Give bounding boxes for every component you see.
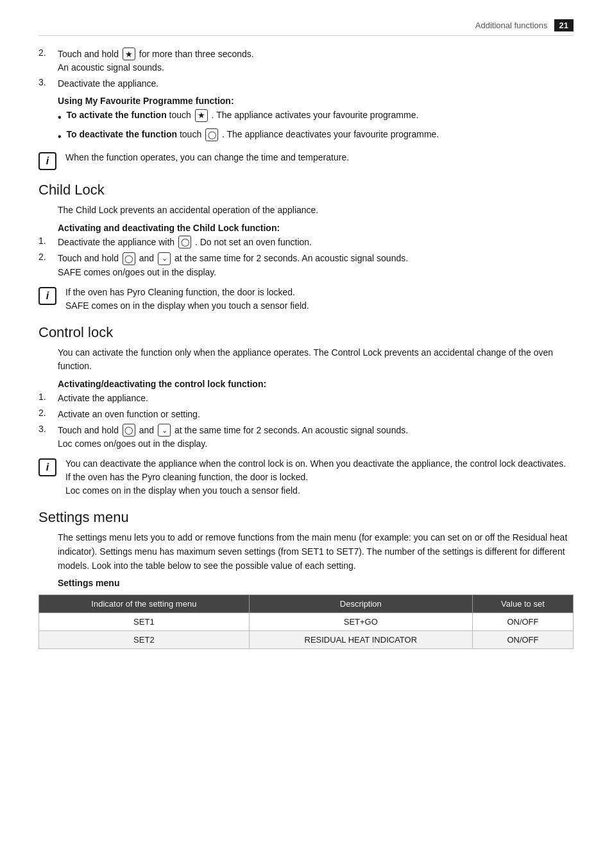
child-lock-step-1: 1. Deactivate the appliance with ◯ . Do …	[38, 236, 574, 249]
bold-activate: To activate the function	[67, 110, 167, 120]
ctrl-step-num-1: 1.	[38, 392, 58, 405]
bullet-deactivate: • To deactivate the function touch ◯ . T…	[58, 128, 574, 144]
bullet-dot-2: •	[58, 129, 62, 144]
settings-menu-desc: The settings menu lets you to add or rem…	[58, 531, 574, 573]
child-lock-subtitle: Activating and deactivating the Child Lo…	[58, 223, 574, 233]
chevron-icon-1: ⌄	[158, 252, 171, 265]
row1-description: SET+GO	[249, 613, 472, 631]
control-lock-step-1: 1. Activate the appliance.	[38, 392, 574, 405]
bullet-activate: • To activate the function touch ★ . The…	[58, 108, 574, 125]
bullet-deactivate-text: To deactivate the function touch ◯ . The…	[67, 128, 439, 141]
star-icon: ★	[123, 48, 135, 60]
child-step-2-content: Touch and hold ◯ and ⌄ at the same time …	[58, 252, 574, 279]
settings-table-label: Settings menu	[58, 578, 574, 588]
child-step-1-content: Deactivate the appliance with ◯ . Do not…	[58, 236, 574, 249]
col-header-description: Description	[249, 595, 472, 613]
control-lock-desc: You can activate the function only when …	[58, 346, 574, 374]
step-2: 2. Touch and hold ★ for more than three …	[38, 48, 574, 74]
step-2-content: Touch and hold ★ for more than three sec…	[58, 48, 574, 74]
power-icon-2: ◯	[178, 236, 191, 248]
col-header-indicator: Indicator of the setting menu	[39, 595, 250, 613]
step-num-3: 3.	[38, 77, 58, 91]
step-num-2: 2.	[38, 48, 58, 74]
child-lock-title: Child Lock	[38, 182, 574, 198]
ctrl-step-num-3: 3.	[38, 424, 58, 451]
ctrl-step-3-content: Touch and hold ◯ and ⌄ at the same time …	[58, 424, 574, 451]
row1-indicator: SET1	[39, 613, 250, 631]
row1-value: ON/OFF	[472, 613, 573, 631]
star-icon-2: ★	[195, 109, 208, 122]
page-number: 21	[554, 19, 574, 31]
favourite-bullets: • To activate the function touch ★ . The…	[58, 108, 574, 144]
control-lock-subtitle: Activating/deactivating the control lock…	[58, 379, 574, 389]
row2-description: RESIDUAL HEAT INDICATOR	[249, 631, 472, 649]
info-text-1: When the function operates, you can chan…	[65, 151, 574, 164]
child-step-num-1: 1.	[38, 236, 58, 249]
bold-deactivate: To deactivate the function	[67, 129, 177, 139]
chevron-icon-2: ⌄	[158, 424, 171, 437]
page: Additional functions 21 2. Touch and hol…	[0, 0, 612, 868]
ctrl-step-num-2: 2.	[38, 408, 58, 421]
table-row: SET2 RESIDUAL HEAT INDICATOR ON/OFF	[39, 631, 574, 649]
settings-table: Indicator of the setting menu Descriptio…	[38, 595, 574, 649]
ctrl-step-2-content: Activate an oven function or setting.	[58, 408, 574, 421]
child-lock-desc: The Child Lock prevents an accidental op…	[58, 204, 574, 218]
row2-value: ON/OFF	[472, 631, 573, 649]
row2-indicator: SET2	[39, 631, 250, 649]
settings-menu-title: Settings menu	[38, 509, 574, 526]
using-title: Using My Favourite Programme function:	[58, 96, 574, 106]
col-header-value: Value to set	[472, 595, 573, 613]
power-icon-4: ◯	[123, 424, 135, 437]
table-row: SET1 SET+GO ON/OFF	[39, 613, 574, 631]
info-box-1: i When the function operates, you can ch…	[38, 151, 574, 170]
info-icon-3: i	[38, 458, 56, 476]
control-lock-step-3: 3. Touch and hold ◯ and ⌄ at the same ti…	[38, 424, 574, 451]
step-3-content: Deactivate the appliance.	[58, 77, 574, 91]
info-box-3: i You can deactivate the appliance when …	[38, 457, 574, 498]
info-icon-1: i	[38, 152, 56, 170]
info-box-2: i If the oven has Pyro Cleaning function…	[38, 286, 574, 313]
bullet-dot-1: •	[58, 110, 62, 125]
ctrl-step-1-content: Activate the appliance.	[58, 392, 574, 405]
child-step-num-2: 2.	[38, 252, 58, 279]
section-label: Additional functions	[475, 21, 548, 30]
power-icon-1: ◯	[205, 128, 218, 141]
step-3: 3. Deactivate the appliance.	[38, 77, 574, 91]
bullet-activate-text: To activate the function touch ★ . The a…	[67, 108, 419, 122]
info-text-3: You can deactivate the appliance when th…	[65, 457, 574, 498]
power-icon-3: ◯	[123, 252, 135, 265]
info-icon-2: i	[38, 287, 56, 305]
child-lock-step-2: 2. Touch and hold ◯ and ⌄ at the same ti…	[38, 252, 574, 279]
info-text-2: If the oven has Pyro Cleaning function, …	[65, 286, 574, 313]
table-header-row: Indicator of the setting menu Descriptio…	[39, 595, 574, 613]
page-header: Additional functions 21	[38, 19, 574, 36]
control-lock-step-2: 2. Activate an oven function or setting.	[38, 408, 574, 421]
control-lock-title: Control lock	[38, 324, 574, 341]
